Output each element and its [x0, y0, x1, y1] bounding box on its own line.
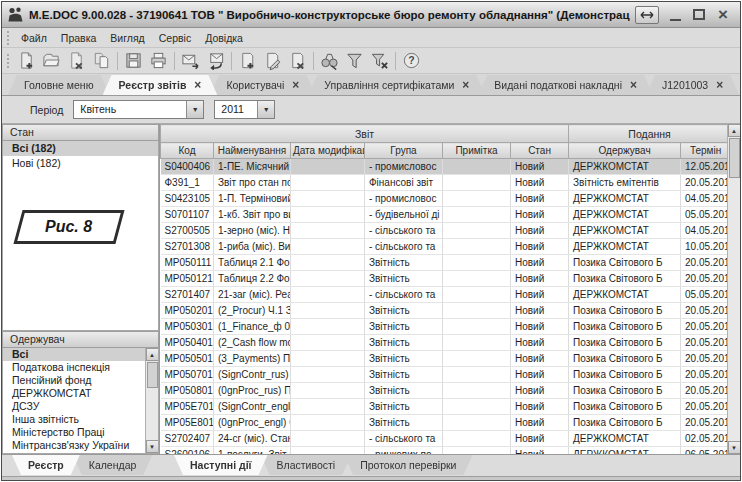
- receiver-item-1[interactable]: Податкова інспекція: [3, 361, 145, 374]
- scroll-up-icon[interactable]: ▲: [146, 348, 159, 361]
- document-tab-2[interactable]: Користувачі×: [210, 75, 315, 95]
- table-row[interactable]: MP050701(SignContr_rus) УкЗвітністьНовий…: [161, 367, 731, 383]
- close-button[interactable]: ×: [715, 7, 731, 23]
- table-row[interactable]: MP050401(2_Cash flow movЗвітністьНовийПо…: [161, 335, 731, 351]
- toolbar-grip[interactable]: [7, 31, 9, 45]
- scroll-down-icon[interactable]: ▼: [728, 441, 741, 454]
- column-header-6[interactable]: Одержувач: [569, 143, 681, 159]
- table-row[interactable]: S270240724-сг (міс). Стан т- сільського …: [161, 431, 731, 447]
- table-row[interactable]: MP050801(0gnProc_rus) ПоЗвітністьНовийПо…: [161, 383, 731, 399]
- receiver-item-7[interactable]: Мінтрансзв'язку України: [3, 439, 145, 452]
- table-row[interactable]: MP05E701(SignContr_engl) SЗвітністьНовий…: [161, 399, 731, 415]
- column-header-5[interactable]: Стан: [511, 143, 569, 159]
- tab-list-dropdown-icon[interactable]: ▼: [738, 82, 741, 91]
- column-header-0[interactable]: Код: [161, 143, 214, 159]
- table-cell: ДЕРЖКОМСТАТ: [569, 447, 681, 455]
- table-row[interactable]: S27005051-зерно (міс). Ная- сільського т…: [161, 223, 731, 239]
- receiver-item-3[interactable]: ДЕРЖКОМСТАТ: [3, 387, 145, 400]
- edit-document-icon[interactable]: [260, 49, 285, 72]
- table-row[interactable]: MP050301(1_Finance_ф 0-2)ЗвітністьНовийП…: [161, 319, 731, 335]
- scroll-up-icon[interactable]: ▲: [728, 124, 741, 137]
- dock-window-button[interactable]: [635, 6, 659, 24]
- menu-item-0[interactable]: Файл: [14, 30, 54, 46]
- document-tab-5[interactable]: J1201003×: [646, 75, 739, 95]
- period-month-select[interactable]: Квітень ▼: [73, 100, 204, 119]
- column-header-2[interactable]: Дата модифікації: [291, 143, 365, 159]
- receiver-item-4[interactable]: ДСЗУ: [3, 400, 145, 413]
- column-header-7[interactable]: Термін: [681, 143, 731, 159]
- column-header-4[interactable]: Примітка: [443, 143, 511, 159]
- table-cell: (2_Procur) Ч.1 Зак: [214, 303, 291, 319]
- menu-item-4[interactable]: Довідка: [198, 30, 250, 46]
- receiver-scrollbar[interactable]: ▲ ▼: [145, 348, 158, 453]
- receiver-item-0[interactable]: Всі: [3, 348, 145, 361]
- sidebar-tab-1[interactable]: Календар: [73, 455, 153, 475]
- print-icon[interactable]: [146, 49, 171, 72]
- state-item-1[interactable]: Нові (182): [3, 156, 158, 171]
- document-tab-0[interactable]: Головне меню: [8, 75, 110, 95]
- copy-report-icon[interactable]: [89, 49, 114, 72]
- tab-close-icon[interactable]: ×: [462, 80, 469, 90]
- toolbar-grip[interactable]: [7, 54, 9, 68]
- minimize-button[interactable]: [667, 7, 683, 23]
- menu-item-2[interactable]: Вигляд: [103, 30, 151, 46]
- table-row[interactable]: S04231051-П. Терміновий з- промисловосНо…: [161, 191, 731, 207]
- create-report-icon[interactable]: [14, 49, 39, 72]
- sidebar-tab-0[interactable]: Реєстр: [12, 455, 80, 475]
- bottom-tab-1[interactable]: Властивості: [261, 455, 352, 475]
- receiver-item-5[interactable]: Інша звітність: [3, 413, 145, 426]
- period-year-select[interactable]: 2011 ▼: [214, 100, 275, 119]
- add-document-icon[interactable]: [235, 49, 260, 72]
- find-binoculars-icon[interactable]: [317, 49, 342, 72]
- column-header-3[interactable]: Група: [365, 143, 443, 159]
- chevron-down-icon[interactable]: ▼: [186, 101, 203, 118]
- table-row[interactable]: S27013081-риба (міс). Вило- сільського т…: [161, 239, 731, 255]
- table-row[interactable]: S07011071-кб. Звіт про вик.- будівельної…: [161, 207, 731, 223]
- clear-filter-icon[interactable]: [367, 49, 392, 72]
- scroll-thumb[interactable]: [147, 362, 158, 388]
- chevron-down-icon[interactable]: ▼: [257, 101, 274, 118]
- delete-report-icon[interactable]: [64, 49, 89, 72]
- table-row[interactable]: S270140721-заг (міс). Реалі- сільського …: [161, 287, 731, 303]
- table-row[interactable]: MP050121Таблиця 2.2 ФорЗвітністьНовийПоз…: [161, 271, 731, 287]
- receive-mail-icon[interactable]: [203, 49, 228, 72]
- table-cell: - сільського та: [365, 431, 443, 447]
- table-scrollbar[interactable]: ▲ ▼: [727, 124, 740, 454]
- open-report-icon[interactable]: [39, 49, 64, 72]
- menu-item-1[interactable]: Правка: [54, 30, 103, 46]
- remove-document-icon[interactable]: [285, 49, 310, 72]
- table-cell: Позика Світового Б: [569, 399, 681, 415]
- tab-close-icon[interactable]: ×: [716, 80, 723, 90]
- document-tab-1[interactable]: Реєстр звітів×: [103, 75, 218, 95]
- menu-item-3[interactable]: Сервіс: [152, 30, 198, 46]
- table-row[interactable]: MP050201(2_Procur) Ч.1 ЗакЗвітністьНовий…: [161, 303, 731, 319]
- table-row[interactable]: S26001061-послуги. Звіт по- ринкових поН…: [161, 447, 731, 455]
- table-row[interactable]: MP05E801(0gnProc_engl) OЗвітністьНовийПо…: [161, 415, 731, 431]
- maximize-button[interactable]: [691, 7, 707, 23]
- receiver-item-2[interactable]: Пенсійний фонд: [3, 374, 145, 387]
- bottom-tab-0[interactable]: Наступні дії: [174, 455, 268, 475]
- tab-close-icon[interactable]: ×: [630, 80, 637, 90]
- help-icon[interactable]: ?: [399, 49, 424, 72]
- state-item-0[interactable]: Всі (182): [3, 141, 158, 156]
- table-row[interactable]: MP050111Таблиця 2.1 ФорЗвітністьНовийПоз…: [161, 255, 731, 271]
- table-cell: [291, 367, 365, 383]
- scroll-thumb[interactable]: [729, 138, 740, 178]
- document-tab-4[interactable]: Видані податкові накладні×: [478, 75, 653, 95]
- tab-close-icon[interactable]: ×: [292, 80, 299, 90]
- send-mail-icon[interactable]: [178, 49, 203, 72]
- table-row[interactable]: S04004061-ПЕ. Місячний зв- промисловосНо…: [161, 159, 731, 175]
- receiver-item-6[interactable]: Міністерство Праці: [3, 426, 145, 439]
- table-row[interactable]: Ф391_1Звіт про стан порФінансові звітНов…: [161, 175, 731, 191]
- table-cell: S2600106: [161, 447, 214, 455]
- title-bar: M.E.DOC 9.00.028 - 37190641 ТОВ " Виробн…: [2, 2, 740, 28]
- scroll-down-icon[interactable]: ▼: [146, 440, 159, 453]
- column-header-1[interactable]: Найменування: [214, 143, 291, 159]
- tab-close-icon[interactable]: ×: [194, 80, 201, 90]
- table-row[interactable]: MP050501(3_Payments) ПерЗвітністьНовийПо…: [161, 351, 731, 367]
- document-tab-3[interactable]: Управління сертифікатами×: [308, 75, 485, 95]
- filter-icon[interactable]: [342, 49, 367, 72]
- save-icon[interactable]: [121, 49, 146, 72]
- bottom-tab-2[interactable]: Протокол перевірки: [344, 455, 472, 475]
- table-cell: MP050301: [161, 319, 214, 335]
